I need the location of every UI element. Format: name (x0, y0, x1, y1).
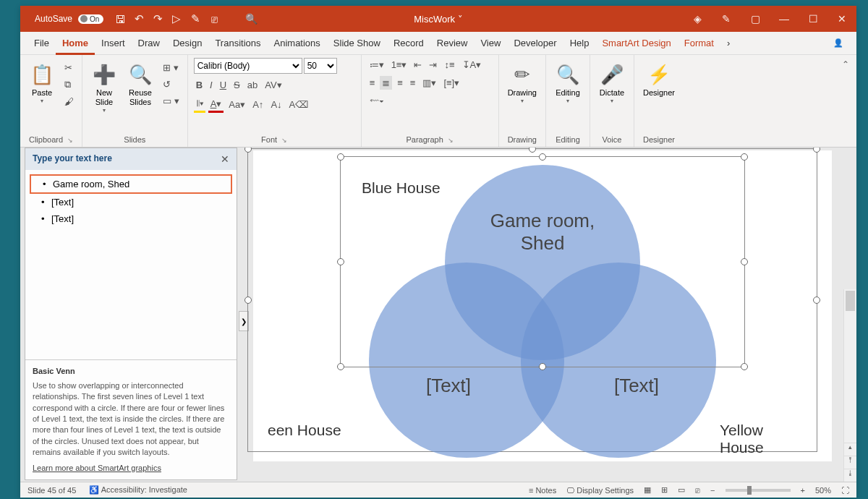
tab-insert[interactable]: Insert (95, 32, 132, 55)
editing-button[interactable]: 🔍 Editing▾ (552, 58, 584, 107)
reset-icon[interactable]: ↺ (161, 77, 182, 91)
text-direction-button[interactable]: ↧A▾ (460, 58, 484, 72)
shadow-button[interactable]: ab (245, 78, 260, 92)
tab-record[interactable]: Record (387, 32, 430, 55)
text-pane-close-icon[interactable]: ✕ (221, 153, 229, 165)
align-right-button[interactable]: ≡ (395, 76, 405, 90)
venn-text-right[interactable]: [Text] (564, 375, 709, 397)
fit-slide-icon[interactable]: ⛶ (841, 486, 849, 495)
reuse-slides-button[interactable]: 🔍 Reuse Slides (124, 58, 156, 110)
tab-design[interactable]: Design (166, 32, 208, 55)
presenter-icon[interactable]: ⎚ (205, 13, 224, 25)
indent-more-button[interactable]: ⇥ (427, 58, 439, 72)
tab-review[interactable]: Review (430, 32, 475, 55)
font-launcher-icon[interactable]: ↘ (281, 137, 287, 144)
align-center-button[interactable]: ≣ (380, 76, 392, 90)
accessibility-status[interactable]: ♿ Accessibility: Investigate (89, 485, 187, 495)
display-settings-button[interactable]: 🖵 Display Settings (566, 486, 634, 495)
premium-icon[interactable]: ◈ (683, 13, 712, 25)
font-color-button[interactable]: A▾ (208, 97, 224, 113)
tab-smartart-design[interactable]: SmartArt Design (595, 32, 677, 55)
new-slide-button[interactable]: ➕ New Slide ▾ (88, 58, 120, 116)
prev-slide-icon[interactable]: ⭱ (844, 456, 856, 469)
venn-diagram[interactable]: Blue House een House Yellow House Game r… (275, 158, 810, 461)
text-pane-item[interactable]: [Text] (30, 210, 232, 227)
tab-file[interactable]: File (27, 32, 56, 55)
grow-font-button[interactable]: A↑ (250, 98, 265, 111)
justify-button[interactable]: ≡ (408, 76, 418, 90)
numbering-button[interactable]: 1≡▾ (389, 58, 409, 72)
text-pane-item[interactable]: Game room, Shed (30, 174, 232, 194)
maximize-icon[interactable]: ☐ (799, 13, 827, 25)
paste-button[interactable]: 📋 Paste ▾ (26, 58, 58, 107)
tab-help[interactable]: Help (563, 32, 596, 55)
font-name-select[interactable]: Calibri (Body) (194, 58, 302, 74)
highlight-button[interactable]: ⦀▾ (194, 96, 205, 113)
clear-format-button[interactable]: A⌫ (287, 98, 311, 111)
share-icon[interactable]: ▢ (741, 13, 770, 25)
copy-icon[interactable]: ⧉ (62, 77, 76, 92)
view-slideshow-icon[interactable]: ⎚ (695, 486, 700, 495)
bullets-button[interactable]: ≔▾ (367, 58, 386, 72)
zoom-slider[interactable] (726, 489, 791, 492)
shrink-font-button[interactable]: A↓ (268, 98, 284, 111)
zoom-out-button[interactable]: − (710, 486, 715, 495)
change-case-button[interactable]: Aa▾ (226, 98, 247, 111)
collapse-ribbon-icon[interactable]: ⌃ (835, 55, 856, 147)
paragraph-launcher-icon[interactable]: ↘ (448, 137, 454, 144)
line-spacing-button[interactable]: ↕≡ (442, 58, 456, 72)
minimize-icon[interactable]: — (770, 13, 799, 25)
char-spacing-button[interactable]: AV▾ (263, 78, 284, 92)
strikethrough-button[interactable]: S (231, 78, 242, 92)
shape-selection[interactable] (340, 156, 745, 367)
save-icon[interactable]: 🖫 (111, 13, 129, 25)
font-size-select[interactable]: 50 (304, 58, 337, 74)
tab-draw[interactable]: Draw (132, 32, 166, 55)
tab-slide-show[interactable]: Slide Show (327, 32, 387, 55)
dictate-button[interactable]: 🎤 Dictate▾ (596, 58, 628, 107)
designer-button[interactable]: ⚡ Designer (640, 58, 678, 101)
close-icon[interactable]: ✕ (827, 13, 856, 25)
slide[interactable]: Blue House een House Yellow House Game r… (253, 150, 832, 461)
autosave-toggle[interactable]: On (78, 14, 103, 24)
layout-icon[interactable]: ⊞ ▾ (161, 61, 182, 74)
format-painter-icon[interactable]: 🖌 (62, 95, 76, 108)
tab-animations[interactable]: Animations (268, 32, 327, 55)
draw-icon[interactable]: ✎ (712, 13, 741, 25)
italic-button[interactable]: I (208, 78, 215, 92)
section-icon[interactable]: ▭ ▾ (161, 94, 182, 108)
slideshow-start-icon[interactable]: ▷ (167, 12, 186, 25)
undo-icon[interactable]: ↶ (129, 12, 148, 25)
zoom-in-button[interactable]: + (801, 486, 805, 495)
view-reading-icon[interactable]: ▭ (678, 485, 685, 495)
underline-button[interactable]: U (218, 78, 229, 92)
tabs-more-icon[interactable]: › (720, 32, 736, 55)
align-left-button[interactable]: ≡ (367, 76, 378, 90)
view-sorter-icon[interactable]: ⊞ (661, 485, 668, 495)
slide-counter[interactable]: Slide 45 of 45 (27, 486, 76, 495)
scroll-up-icon[interactable]: ▴ (844, 443, 856, 456)
text-pane-item[interactable]: [Text] (30, 194, 232, 210)
touch-icon[interactable]: ✎ (186, 12, 205, 25)
search-icon[interactable]: 🔍 (245, 13, 258, 25)
cut-icon[interactable]: ✂ (62, 61, 76, 74)
redo-icon[interactable]: ↷ (148, 12, 167, 25)
tab-home[interactable]: Home (56, 32, 95, 55)
tab-format[interactable]: Format (678, 32, 720, 55)
view-normal-icon[interactable]: ▦ (644, 485, 651, 495)
notes-button[interactable]: ≡ Notes (529, 486, 556, 495)
indent-less-button[interactable]: ⇤ (412, 58, 424, 72)
zoom-level[interactable]: 50% (815, 486, 831, 495)
tab-developer[interactable]: Developer (507, 32, 563, 55)
scrollbar-thumb[interactable] (846, 291, 855, 311)
slide-canvas[interactable]: Type your text here ✕ Game room, Shed [T… (237, 148, 835, 482)
drawing-button[interactable]: ✏ Drawing▾ (505, 58, 540, 107)
bold-button[interactable]: B (194, 78, 205, 92)
columns-button[interactable]: ▥▾ (420, 76, 438, 90)
vertical-scrollbar[interactable]: ▴ ⭱ ⭳ (843, 289, 856, 482)
document-name[interactable]: MiscWork ˅ (414, 14, 462, 25)
next-slide-icon[interactable]: ⭳ (844, 469, 856, 482)
convert-smartart-button[interactable]: ⬳▾ (367, 94, 386, 108)
learn-more-link[interactable]: Learn more about SmartArt graphics (33, 463, 161, 474)
align-text-button[interactable]: [≡]▾ (441, 76, 461, 90)
